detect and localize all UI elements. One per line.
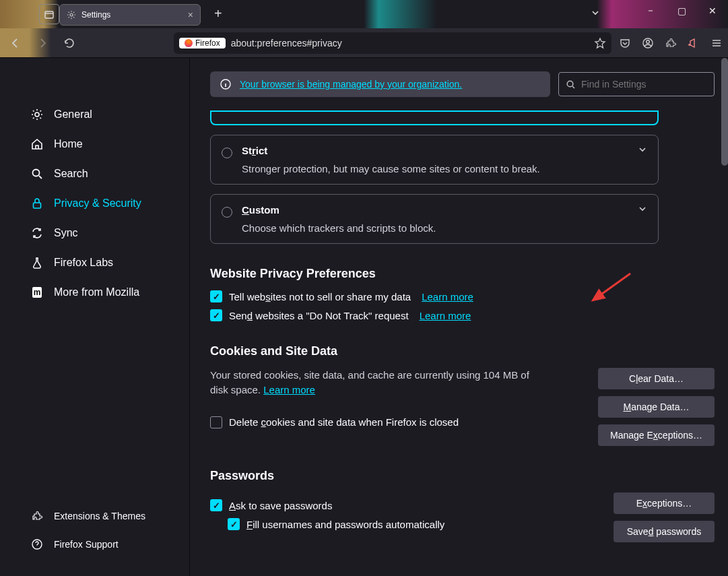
checkbox-autofill-passwords[interactable]: ✓: [228, 518, 240, 530]
mozilla-icon: m: [30, 287, 44, 298]
sidebar-item-general[interactable]: General: [20, 101, 189, 128]
custom-title: Custom: [242, 204, 646, 216]
sidebar-label: Firefox Labs: [54, 257, 113, 269]
sidebar-label: Privacy & Security: [54, 197, 141, 210]
flask-icon: [30, 256, 44, 269]
search-icon: [30, 167, 44, 181]
pocket-button[interactable]: [619, 37, 631, 49]
whatsnew-button[interactable]: [688, 37, 700, 49]
sidebar-label: Home: [54, 138, 83, 150]
nav-toolbar: Firefox: [0, 28, 728, 58]
scrollbar-thumb[interactable]: [721, 58, 728, 166]
reload-button[interactable]: [59, 33, 79, 53]
maximize-button[interactable]: ▢: [666, 0, 697, 22]
puzzle-icon: [30, 510, 44, 522]
svg-rect-0: [45, 11, 53, 18]
settings-main: Your browser is being managed by your or…: [190, 58, 728, 576]
checkbox-do-not-sell[interactable]: ✓: [210, 290, 222, 302]
bookmark-star-button[interactable]: [594, 37, 606, 49]
checkbox-label: Delete cookies and site data when Firefo…: [229, 416, 459, 428]
help-icon: [30, 538, 44, 550]
chevron-down-icon[interactable]: [638, 145, 647, 154]
strict-title: Strict: [242, 145, 646, 156]
sidebar-label: Extensions & Themes: [54, 511, 145, 521]
learn-more-link[interactable]: Learn more: [422, 291, 473, 302]
cookies-desc: Your stored cookies, site data, and cach…: [210, 368, 547, 397]
svg-point-3: [647, 40, 650, 43]
password-exceptions-button[interactable]: Exceptions…: [614, 492, 715, 514]
wpp-heading: Website Privacy Preferences: [210, 267, 715, 281]
sidebar-item-mozilla[interactable]: m More from Mozilla: [20, 279, 189, 306]
extensions-button[interactable]: [665, 37, 677, 49]
close-window-button[interactable]: ✕: [697, 0, 728, 22]
radio-custom[interactable]: [222, 207, 232, 218]
forward-button[interactable]: [32, 33, 53, 53]
org-managed-link[interactable]: Your browser is being managed by your or…: [240, 79, 462, 90]
sidebar-item-labs[interactable]: Firefox Labs: [20, 249, 189, 276]
sidebar-label: Search: [54, 168, 88, 180]
sidebar-item-extensions[interactable]: Extensions & Themes: [20, 505, 169, 527]
sidebar-item-search[interactable]: Search: [20, 160, 189, 187]
sidebar-label: Sync: [54, 227, 78, 239]
checkbox-do-not-track[interactable]: ✓: [210, 309, 222, 321]
settings-search[interactable]: [558, 72, 715, 96]
back-button[interactable]: [5, 33, 26, 53]
checkbox-label: Fill usernames and passwords automatical…: [246, 519, 444, 530]
minimize-button[interactable]: －: [635, 0, 666, 22]
checkbox-ask-save-passwords[interactable]: ✓: [210, 499, 222, 511]
tabs-dropdown-button[interactable]: [591, 8, 600, 18]
org-managed-notice: Your browser is being managed by your or…: [210, 71, 550, 97]
svg-point-4: [35, 113, 39, 117]
chevron-down-icon[interactable]: [638, 204, 647, 214]
url-bar[interactable]: Firefox: [174, 32, 611, 54]
sidebar-item-home[interactable]: Home: [20, 131, 189, 158]
window-controls: － ▢ ✕: [635, 0, 728, 22]
tracking-strict-card[interactable]: Strict Stronger protection, but may caus…: [210, 135, 659, 185]
sidebar-item-sync[interactable]: Sync: [20, 220, 189, 247]
custom-desc: Choose which trackers and scripts to blo…: [242, 222, 646, 234]
url-input[interactable]: [231, 38, 589, 49]
sidebar-label: More from Mozilla: [54, 286, 139, 298]
svg-point-1: [70, 13, 73, 16]
tab-close-button[interactable]: ×: [188, 9, 193, 20]
gear-icon: [67, 10, 76, 20]
tab-title: Settings: [81, 10, 110, 20]
clear-data-button[interactable]: Clear Data…: [598, 368, 715, 389]
tracking-standard-card-bottom[interactable]: [210, 110, 659, 125]
passwords-heading: Passwords: [210, 469, 715, 483]
settings-sidebar: General Home Search Privacy & Security S…: [0, 58, 190, 576]
sync-icon: [30, 226, 44, 240]
home-icon: [30, 137, 44, 151]
saved-passwords-button[interactable]: Saved passwords: [614, 521, 715, 542]
gear-icon: [30, 108, 44, 121]
svg-point-9: [567, 81, 573, 87]
search-icon: [566, 79, 576, 90]
info-icon: [220, 78, 232, 90]
cookies-heading: Cookies and Site Data: [210, 344, 715, 358]
tracking-custom-card[interactable]: Custom Choose which trackers and scripts…: [210, 194, 659, 244]
app-menu-button[interactable]: [710, 37, 723, 49]
tab-settings[interactable]: Settings ×: [59, 4, 201, 26]
identity-label: Firefox: [195, 38, 220, 48]
learn-more-link[interactable]: Learn more: [420, 310, 471, 321]
titlebar: Settings × + － ▢ ✕: [0, 0, 728, 28]
lock-icon: [30, 197, 44, 210]
account-button[interactable]: [642, 37, 654, 49]
manage-exceptions-button[interactable]: Manage Exceptions…: [598, 424, 715, 446]
settings-search-input[interactable]: [581, 79, 707, 90]
radio-strict[interactable]: [222, 148, 232, 158]
identity-firefox-chip[interactable]: Firefox: [179, 38, 226, 49]
new-tab-button[interactable]: +: [214, 6, 222, 22]
firefox-icon: [185, 39, 193, 47]
learn-more-link[interactable]: Learn more: [263, 384, 315, 395]
sidebar-item-privacy[interactable]: Privacy & Security: [20, 190, 189, 217]
manage-data-button[interactable]: Manage Data…: [598, 396, 715, 418]
strict-desc: Stronger protection, but may cause some …: [242, 163, 646, 174]
svg-rect-6: [34, 203, 41, 208]
checkbox-label: Tell websites not to sell or share my da…: [229, 291, 411, 302]
sidebar-label: General: [54, 108, 92, 121]
clock-arrow-icon: [44, 9, 55, 20]
checkbox-delete-on-close[interactable]: [210, 416, 222, 428]
recent-history-button[interactable]: [39, 4, 59, 24]
sidebar-item-support[interactable]: Firefox Support: [20, 533, 169, 556]
